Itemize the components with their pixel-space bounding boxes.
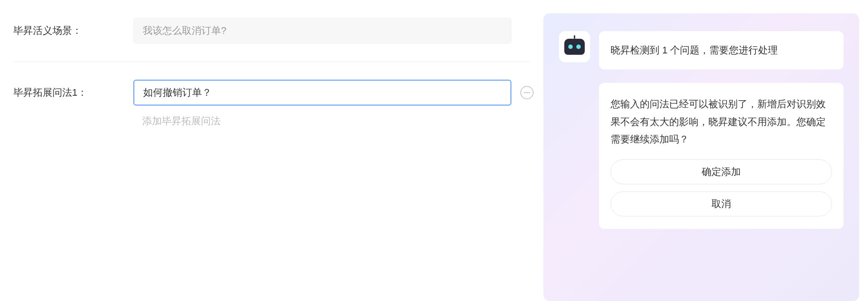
extension-row-1: 毕昇拓展问法1： bbox=[13, 80, 530, 106]
add-extension-link[interactable]: 添加毕昇拓展问法 bbox=[133, 114, 221, 128]
extension-1-input-wrapper bbox=[133, 80, 511, 106]
remove-extension-1-button[interactable] bbox=[520, 86, 534, 99]
robot-icon bbox=[564, 39, 585, 55]
add-link-row: 添加毕昇拓展问法 bbox=[13, 114, 530, 128]
scenario-row: 毕昇活义场景： bbox=[13, 18, 530, 62]
extension-1-input[interactable] bbox=[133, 80, 511, 106]
assistant-title-card: 晓昇检测到 1 个问题，需要您进行处理 bbox=[599, 31, 844, 69]
assistant-message: 您输入的问法已经可以被识别了，新增后对识别效果不会有太大的影响，晓昇建议不用添加… bbox=[611, 95, 832, 148]
assistant-header: 晓昇检测到 1 个问题，需要您进行处理 bbox=[559, 31, 844, 69]
scenario-input-wrapper bbox=[133, 18, 511, 44]
confirm-add-button[interactable]: 确定添加 bbox=[611, 159, 832, 184]
assistant-avatar bbox=[559, 31, 590, 62]
scenario-input[interactable] bbox=[133, 18, 511, 44]
extension-1-label: 毕昇拓展问法1： bbox=[13, 86, 133, 99]
assistant-panel: 晓昇检测到 1 个问题，需要您进行处理 您输入的问法已经可以被识别了，新增后对识… bbox=[543, 13, 859, 301]
cancel-button[interactable]: 取消 bbox=[611, 191, 832, 216]
scenario-label: 毕昇活义场景： bbox=[13, 24, 133, 37]
assistant-body-card: 您输入的问法已经可以被识别了，新增后对识别效果不会有太大的影响，晓昇建议不用添加… bbox=[599, 83, 844, 229]
form-section: 毕昇活义场景： 毕昇拓展问法1： 添加毕昇拓展问法 bbox=[0, 0, 543, 301]
